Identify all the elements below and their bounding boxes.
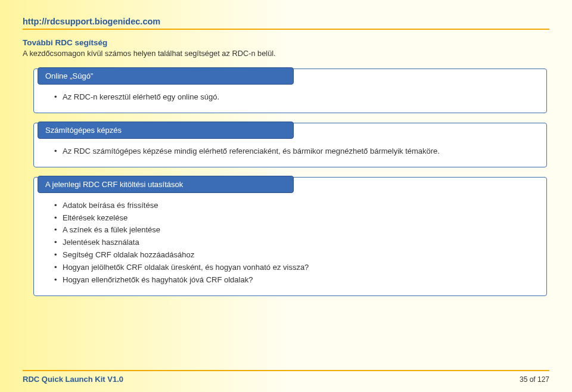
intro-text: A kezdőcsomagon kívül számos helyen talá… (23, 49, 549, 58)
page-number: 35 of 127 (520, 375, 549, 384)
list-item: Hogyan ellenőrizhetők és hagyhatók jóvá … (54, 275, 533, 286)
box-body: Az RDC-n keresztül elérhető egy online s… (34, 86, 546, 113)
box-body: Az RDC számítógépes képzése mindig elérh… (34, 140, 546, 167)
box-online-help: Online „Súgó" Az RDC-n keresztül elérhet… (33, 69, 547, 113)
list-item: Jelentések használata (54, 237, 533, 248)
header-url[interactable]: http://rdcsupport.biogenidec.com (23, 17, 549, 26)
list-item: Segítség CRF oldalak hozzáadásához (54, 250, 533, 261)
list-item: Az RDC-n keresztül elérhető egy online s… (54, 92, 533, 103)
list-item: Hogyan jelölhetők CRF oldalak üresként, … (54, 262, 533, 273)
footer-title: RDC Quick Launch Kit V1.0 (23, 375, 123, 384)
box-tab: Online „Súgó" (38, 67, 294, 85)
list-item: Az RDC számítógépes képzése mindig elérh… (54, 146, 533, 157)
header-divider (23, 29, 549, 30)
box-tab: A jelenlegi RDC CRF kitöltési utasítások (38, 176, 294, 193)
box-crf-instructions: A jelenlegi RDC CRF kitöltési utasítások… (33, 177, 547, 296)
list-item: Adatok beírása és frissítése (54, 200, 533, 211)
box-computer-training: Számítógépes képzés Az RDC számítógépes … (33, 123, 547, 167)
footer-divider (23, 370, 549, 371)
subheading: További RDC segítség (23, 38, 549, 47)
list-item: A színek és a fülek jelentése (54, 225, 533, 236)
box-tab: Számítógépes képzés (38, 122, 294, 139)
content-boxes: Online „Súgó" Az RDC-n keresztül elérhet… (23, 69, 549, 296)
page-footer: RDC Quick Launch Kit V1.0 35 of 127 (0, 365, 572, 392)
box-body: Adatok beírása és frissítése Eltérések k… (34, 194, 546, 295)
list-item: Eltérések kezelése (54, 213, 533, 224)
